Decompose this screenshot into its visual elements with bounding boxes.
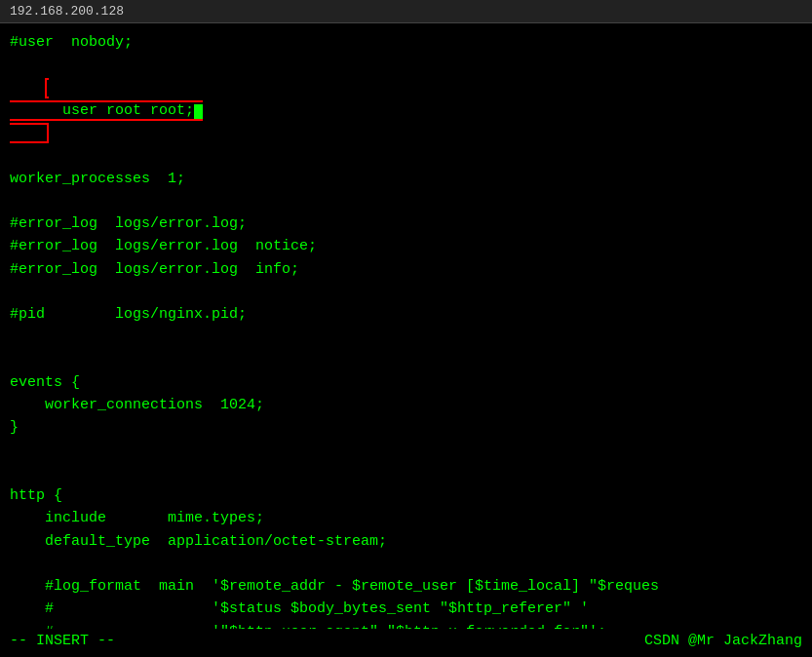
line-empty4 — [10, 349, 802, 371]
line-empty6 — [10, 462, 802, 484]
line-user-comment: #user nobody; — [10, 31, 802, 54]
editor-area[interactable]: #user nobody; user root root; worker_pro… — [0, 23, 812, 653]
line-default-type: default_type application/octet-stream; — [10, 530, 802, 553]
line-error-log2: #error_log logs/error.log notice; — [10, 235, 802, 257]
line-error-log1: #error_log logs/error.log; — [10, 213, 802, 235]
ip-address: 192.168.200.128 — [10, 4, 124, 19]
line-empty2 — [10, 281, 802, 303]
line-empty7 — [10, 553, 802, 575]
line-log-format2: # '$status $body_bytes_sent "$http_refer… — [10, 598, 802, 620]
line-pid: #pid logs/nginx.pid; — [10, 303, 802, 326]
status-bar: -- INSERT -- CSDN @Mr JackZhang — [0, 629, 812, 653]
credit-label: CSDN @Mr JackZhang — [644, 633, 802, 649]
text-cursor — [194, 104, 203, 119]
line-user-root: user root root; — [10, 54, 802, 167]
insert-mode-label: -- INSERT -- — [10, 633, 115, 649]
line-empty1 — [10, 190, 802, 213]
line-error-log3: #error_log logs/error.log info; — [10, 258, 802, 281]
line-events: events { — [10, 371, 802, 394]
line-include: include mime.types; — [10, 507, 802, 529]
line-empty3 — [10, 326, 802, 348]
line-http: http { — [10, 484, 802, 507]
line-log-format1: #log_format main '$remote_addr - $remote… — [10, 575, 802, 598]
title-bar: 192.168.200.128 — [0, 0, 812, 23]
line-events-close: } — [10, 416, 802, 439]
line-worker-processes: worker_processes 1; — [10, 168, 802, 190]
line-worker-connections: worker_connections 1024; — [10, 394, 802, 416]
line-empty5 — [10, 440, 802, 462]
red-box-highlight: user root root; — [10, 78, 203, 144]
